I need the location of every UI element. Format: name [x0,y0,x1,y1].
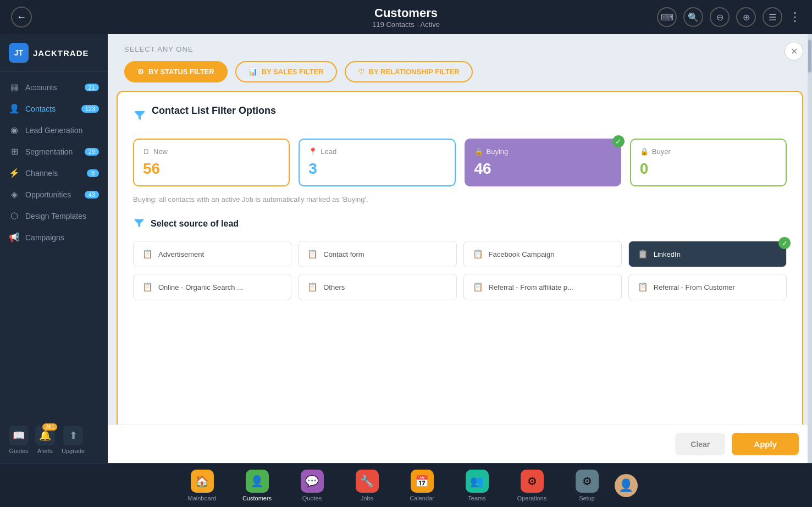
segmentation-icon: ⊞ [9,146,20,157]
channels-badge: 8 [87,169,99,177]
lead-card-icon: 📍 [308,147,317,156]
sales-filter-label: BY SALES FILTER [262,68,324,76]
source-label-others: Others [323,283,345,291]
menu-icon-btn[interactable]: ☰ [763,7,782,27]
logo-icon: JT [9,43,29,63]
clear-button[interactable]: Clear [675,433,725,455]
source-section-header: Select source of lead [133,217,787,231]
sidebar-item-segmentation[interactable]: ⊞ Segmentation 29 [0,141,108,162]
sidebar-label-channels: Channels [25,169,58,178]
buyer-card-value: 0 [640,160,777,178]
customers-nav-label: Customers [242,495,272,502]
others-icon: 📋 [307,282,318,292]
advertisement-icon: 📋 [142,249,153,259]
source-label-referral-affiliate: Referral - From affiliate p... [489,283,573,291]
nav-item-customers[interactable]: 👤 Customers [230,465,285,506]
mainboard-nav-label: Mainboard [188,495,217,502]
quotes-nav-icon: 💬 [301,470,324,493]
nav-item-calendar[interactable]: 📅 Calendar [395,465,450,506]
scrollbar-thumb[interactable] [808,40,811,73]
source-card-linkedin[interactable]: ✓ 📋 LinkedIn [628,241,787,267]
status-filter-btn[interactable]: ⚙ BY STATUS FILTER [124,61,228,82]
nav-item-quotes[interactable]: 💬 Quotes [285,465,340,506]
sidebar-logo: JT JACKTRADE [0,34,108,72]
sidebar-item-opportunities[interactable]: ◈ Opportunities 43 [0,184,108,205]
search-icon-btn[interactable]: 🔍 [683,7,703,27]
source-label-facebook: Facebook Campaign [489,250,555,258]
setup-nav-label: Setup [579,495,595,502]
source-card-referral-affiliate[interactable]: 📋 Referral - From affiliate p... [463,274,622,300]
status-filter-label: BY STATUS FILTER [148,68,214,76]
apply-button[interactable]: Apply [732,433,799,455]
jobs-nav-label: Jobs [361,495,373,502]
upgrade-icon: ⬆ [63,426,83,445]
referral-customer-icon: 📋 [638,282,648,292]
source-label-organic: Online - Organic Search ... [158,283,243,291]
mainboard-nav-icon: 🏠 [191,470,214,493]
design-templates-icon: ⬡ [9,211,20,221]
new-card-value: 56 [143,160,280,178]
contact-form-icon: 📋 [307,249,318,259]
sidebar-item-design-templates[interactable]: ⬡ Design Templates [0,205,108,227]
add-icon-btn[interactable]: ⊕ [736,7,756,27]
calendar-nav-label: Calendar [410,495,434,502]
filter-icon-btn[interactable]: ⊖ [710,7,730,27]
nav-item-teams[interactable]: 👥 Teams [450,465,505,506]
nav-item-operations[interactable]: ⚙ Operations [505,465,560,506]
source-card-contact-form[interactable]: 📋 Contact form [298,241,456,267]
scrollbar[interactable] [808,34,812,463]
sidebar-label-lead-gen: Lead Generation [25,126,82,135]
sidebar-item-campaigns[interactable]: 📢 Campaigns [0,227,108,248]
lead-card-value: 3 [308,160,445,178]
source-card-organic[interactable]: 📋 Online - Organic Search ... [133,274,291,300]
jobs-nav-icon: 🔧 [356,470,379,493]
buying-card-value: 46 [474,160,611,178]
status-card-buyer[interactable]: 🔒 Buyer 0 [630,139,787,186]
facebook-icon: 📋 [473,249,483,259]
status-card-lead[interactable]: 📍 Lead 3 [299,139,455,186]
sidebar-item-contacts[interactable]: 👤 Contacts 123 [0,98,108,119]
source-card-others[interactable]: 📋 Others [298,274,456,300]
new-card-icon: 🗋 [143,147,150,156]
sales-filter-btn[interactable]: 📊 BY SALES FILTER [235,61,337,82]
status-cards: 🗋 New 56 📍 Lead 3 ✓ 🔒 [133,139,787,186]
more-options-btn[interactable]: ⋮ [789,10,801,24]
bottom-action-bar: Clear Apply [108,425,812,463]
alerts-btn[interactable]: 🔔 261 Alerts [35,426,55,454]
buying-check-badge: ✓ [612,135,625,147]
status-card-buying[interactable]: ✓ 🔒 Buying 46 [465,139,621,186]
user-avatar[interactable]: 👤 [615,474,638,497]
keyboard-icon-btn[interactable]: ⌨ [657,7,677,27]
sidebar-label-contacts: Contacts [25,104,56,113]
sidebar-item-lead-generation[interactable]: ◉ Lead Generation [0,119,108,141]
guides-icon: 📖 [9,426,29,445]
source-card-referral-customer[interactable]: 📋 Referral - From Customer [628,274,787,300]
status-card-new[interactable]: 🗋 New 56 [133,139,290,186]
nav-item-mainboard[interactable]: 🏠 Mainboard [175,465,230,506]
source-grid: 📋 Advertisement 📋 Contact form 📋 Faceboo… [133,241,787,300]
sales-filter-icon: 📊 [248,68,257,76]
header-right: ⌨ 🔍 ⊖ ⊕ ☰ ⋮ [657,7,801,27]
upgrade-btn[interactable]: ⬆ Upgrade [62,426,85,454]
back-button[interactable]: ← [11,7,32,27]
close-button[interactable]: ✕ [785,42,803,60]
bottom-nav: 🏠 Mainboard 👤 Customers 💬 Quotes 🔧 Jobs … [0,463,812,507]
source-card-advertisement[interactable]: 📋 Advertisement [133,241,291,267]
header-left: ← [11,7,32,27]
sidebar-label-campaigns: Campaigns [25,233,64,242]
sidebar-menu: ▦ Accounts 21 👤 Contacts 123 ◉ Lead Gene… [0,72,108,417]
source-card-facebook[interactable]: 📋 Facebook Campaign [463,241,622,267]
guides-btn[interactable]: 📖 Guides [9,426,29,454]
sidebar-label-segmentation: Segmentation [25,147,73,156]
filter-button-group: ⚙ BY STATUS FILTER 📊 BY SALES FILTER ♡ B… [124,61,796,82]
sidebar-item-channels[interactable]: ⚡ Channels 8 [0,162,108,184]
alerts-icon: 🔔 261 [35,426,55,445]
buying-card-label: Buying [487,147,509,156]
nav-item-setup[interactable]: ⚙ Setup [560,465,615,506]
guides-label: Guides [9,448,29,454]
nav-item-jobs[interactable]: 🔧 Jobs [340,465,395,506]
organic-icon: 📋 [142,282,153,292]
relationship-filter-btn[interactable]: ♡ BY RELATIONSHIP FILTER [345,61,473,82]
referral-affiliate-icon: 📋 [473,282,483,292]
sidebar-item-accounts[interactable]: ▦ Accounts 21 [0,76,108,98]
